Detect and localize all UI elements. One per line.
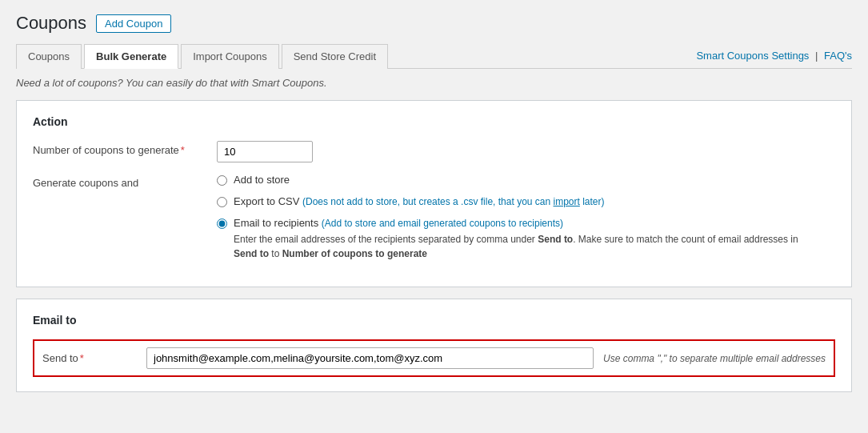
generate-control: Add to store Export to CSV (Does not add… — [217, 174, 835, 261]
tabs-left: Coupons Bulk Generate Import Coupons Sen… — [16, 43, 390, 68]
action-card-title: Action — [33, 115, 835, 128]
radio-add-to-store: Add to store — [217, 174, 835, 186]
email-to-card: Email to Send to* Use comma "," to separ… — [16, 299, 852, 392]
num-coupons-label: Number of coupons to generate* — [33, 141, 217, 156]
generate-row: Generate coupons and Add to store Export… — [33, 174, 835, 261]
action-card: Action Number of coupons to generate* Ge… — [16, 100, 852, 287]
radio-email-recipients-label[interactable]: Email to recipients (Add to store and em… — [234, 217, 798, 261]
radio-email-recipients: Email to recipients (Add to store and em… — [217, 217, 835, 261]
export-csv-desc: (Does not add to store, but creates a .c… — [302, 196, 605, 207]
radio-email-recipients-input[interactable] — [217, 219, 227, 229]
email-to-card-title: Email to — [33, 314, 835, 327]
radio-export-csv-input[interactable] — [217, 197, 227, 207]
add-coupon-button[interactable]: Add Coupon — [96, 14, 171, 33]
generate-label: Generate coupons and — [33, 174, 217, 189]
tab-import-coupons[interactable]: Import Coupons — [181, 44, 279, 69]
tabs-row: Coupons Bulk Generate Import Coupons Sen… — [16, 43, 852, 69]
num-coupons-row: Number of coupons to generate* — [33, 141, 835, 162]
page-title: Coupons — [16, 13, 86, 34]
tabs-separator: | — [815, 50, 818, 62]
num-coupons-input[interactable] — [217, 141, 313, 162]
email-note: Enter the email addresses of the recipie… — [234, 232, 798, 261]
subtitle-text: Need a lot of coupons? You can easily do… — [16, 77, 852, 89]
send-to-row: Send to* Use comma "," to separate multi… — [33, 339, 835, 377]
send-to-label: Send to* — [42, 352, 146, 364]
faq-link[interactable]: FAQ's — [824, 50, 852, 62]
import-link[interactable]: import — [554, 196, 580, 207]
required-star: * — [181, 144, 185, 156]
radio-export-csv-label[interactable]: Export to CSV (Does not add to store, bu… — [234, 195, 605, 207]
tab-bulk-generate[interactable]: Bulk Generate — [84, 44, 178, 69]
smart-coupons-settings-link[interactable]: Smart Coupons Settings — [696, 50, 809, 62]
tabs-right: Smart Coupons Settings | FAQ's — [696, 50, 852, 62]
num-coupons-control — [217, 141, 835, 162]
email-recipients-desc: (Add to store and email generated coupon… — [322, 218, 563, 229]
tab-coupons[interactable]: Coupons — [16, 44, 82, 69]
radio-add-to-store-input[interactable] — [217, 175, 227, 186]
send-to-input[interactable] — [146, 347, 594, 369]
send-to-hint: Use comma "," to separate multiple email… — [603, 353, 826, 364]
radio-group: Add to store Export to CSV (Does not add… — [217, 174, 835, 261]
radio-add-to-store-label[interactable]: Add to store — [234, 174, 290, 186]
tab-send-store-credit[interactable]: Send Store Credit — [282, 44, 388, 69]
send-to-required-star: * — [80, 352, 84, 364]
radio-export-csv: Export to CSV (Does not add to store, bu… — [217, 195, 835, 207]
